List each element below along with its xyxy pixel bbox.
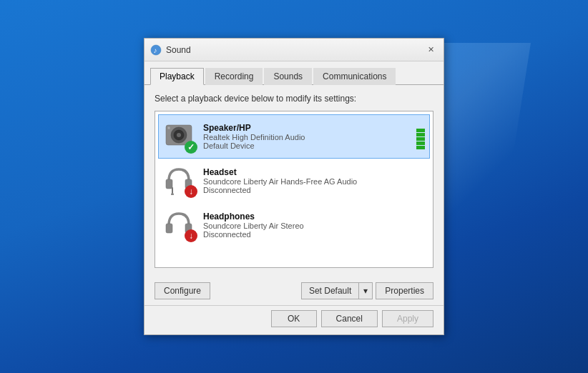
properties-button[interactable]: Properties xyxy=(376,282,433,299)
svg-point-6 xyxy=(167,126,170,129)
headphones-info: Headphones Soundcore Liberty Air Stereo … xyxy=(203,212,425,239)
apply-button[interactable]: Apply xyxy=(382,310,433,327)
svg-rect-11 xyxy=(166,224,172,233)
vol-bar-1 xyxy=(416,129,425,132)
tab-bar: Playback Recording Sounds Communications xyxy=(144,61,444,85)
action-row: OK Cancel Apply xyxy=(144,305,444,334)
headset-badge: ↓ xyxy=(185,185,197,198)
close-button[interactable]: ✕ xyxy=(423,44,438,56)
speaker-icon-wrap: ✓ xyxy=(163,119,197,154)
headset-desc: Soundcore Liberty Air Hands-Free AG Audi… xyxy=(203,177,425,186)
titlebar: ♪ Sound ✕ xyxy=(144,39,444,61)
configure-button[interactable]: Configure xyxy=(155,282,210,299)
headphones-status: Disconnected xyxy=(203,230,425,239)
device-item-headphones[interactable]: ↓ Headphones Soundcore Liberty Air Stere… xyxy=(158,203,430,247)
titlebar-left: ♪ Sound xyxy=(150,44,191,56)
cancel-button[interactable]: Cancel xyxy=(321,310,378,327)
headphones-name: Headphones xyxy=(203,212,425,222)
headset-status: Disconnected xyxy=(203,186,425,194)
device-item-speaker[interactable]: ✓ Speaker/HP Realtek High Definition Aud… xyxy=(158,114,430,159)
volume-bars xyxy=(416,121,425,152)
set-default-wrap: Set Default ▾ xyxy=(301,282,373,299)
vol-bar-3 xyxy=(416,137,425,141)
ok-button[interactable]: OK xyxy=(271,310,317,327)
content-area: Select a playback device below to modify… xyxy=(144,85,444,277)
svg-rect-7 xyxy=(166,179,172,189)
headset-name: Headset xyxy=(203,167,425,177)
svg-text:♪: ♪ xyxy=(154,46,157,54)
svg-point-10 xyxy=(171,193,174,195)
vol-bar-4 xyxy=(416,141,425,145)
vol-bar-2 xyxy=(416,133,425,136)
tab-communications[interactable]: Communications xyxy=(313,68,396,85)
device-list[interactable]: ✓ Speaker/HP Realtek High Definition Aud… xyxy=(155,111,433,268)
speaker-status: Default Device xyxy=(203,141,411,150)
set-default-arrow-button[interactable]: ▾ xyxy=(359,283,372,299)
speaker-name: Speaker/HP xyxy=(203,123,411,133)
headset-info: Headset Soundcore Liberty Air Hands-Free… xyxy=(203,167,425,194)
headphones-icon-wrap: ↓ xyxy=(163,208,197,242)
default-badge: ✓ xyxy=(185,141,197,154)
tab-playback[interactable]: Playback xyxy=(150,68,204,85)
speaker-info: Speaker/HP Realtek High Definition Audio… xyxy=(203,123,411,150)
vol-bar-5 xyxy=(416,146,425,149)
headphones-badge: ↓ xyxy=(185,229,197,242)
tab-sounds[interactable]: Sounds xyxy=(264,68,312,85)
bottom-buttons-area: Configure Set Default ▾ Properties xyxy=(144,277,444,302)
tab-recording[interactable]: Recording xyxy=(205,68,263,85)
set-default-button[interactable]: Set Default xyxy=(302,283,359,299)
sound-dialog: ♪ Sound ✕ Playback Recording Sounds Comm… xyxy=(144,38,444,335)
device-item-headset[interactable]: ↓ Headset Soundcore Liberty Air Hands-Fr… xyxy=(158,159,430,203)
headphones-desc: Soundcore Liberty Air Stereo xyxy=(203,222,425,230)
headset-icon-wrap: ↓ xyxy=(163,164,197,198)
instruction-text: Select a playback device below to modify… xyxy=(155,94,433,104)
svg-point-5 xyxy=(177,133,181,137)
dialog-title: Sound xyxy=(166,45,191,55)
speaker-desc: Realtek High Definition Audio xyxy=(203,133,411,141)
sound-titlebar-icon: ♪ xyxy=(150,44,162,56)
